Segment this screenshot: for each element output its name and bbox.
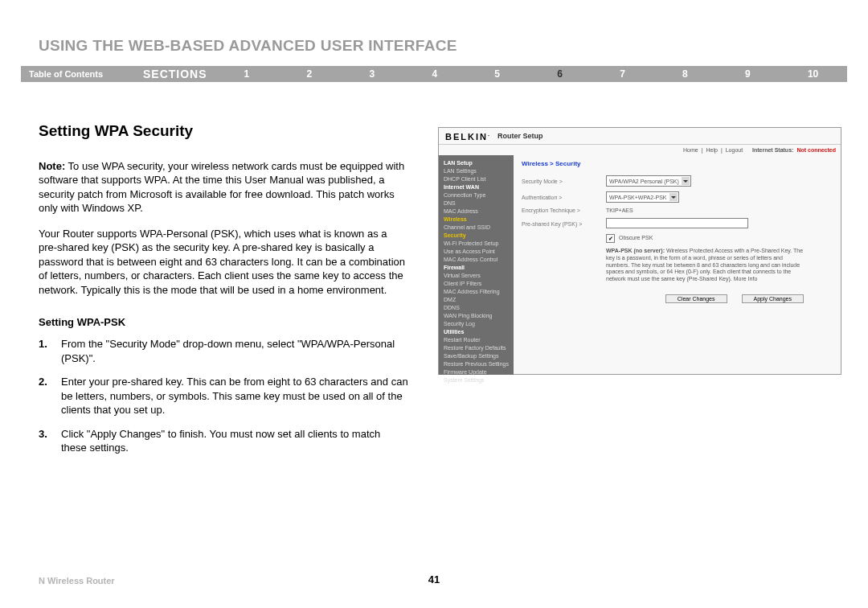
psk-label: Pre-shared Key (PSK) >	[522, 221, 606, 227]
security-mode-select[interactable]: WPA/WPA2 Personal (PSK)	[606, 175, 691, 187]
breadcrumb[interactable]: Wireless > Security	[522, 160, 833, 167]
section-link-2[interactable]: 2	[307, 68, 313, 80]
section-link-8[interactable]: 8	[682, 68, 688, 80]
status-value: Not connected	[796, 147, 836, 153]
sidebar-item[interactable]: LAN Settings	[439, 166, 514, 175]
sidebar-item[interactable]: System Settings	[439, 376, 514, 384]
section-link-3[interactable]: 3	[369, 68, 375, 80]
sidebar-item[interactable]: WAN Ping Blocking	[439, 311, 514, 319]
obscure-psk-checkbox[interactable]	[606, 234, 615, 243]
router-screenshot: BELKIN. Router Setup Home| Help| Logout …	[438, 127, 841, 375]
sidebar-item[interactable]: Restore Previous Settings	[439, 359, 514, 368]
sidebar-item[interactable]: Security Log	[439, 319, 514, 327]
encryption-value: TKIP+AES	[606, 207, 833, 213]
help-text: WPA-PSK (no server): Wireless Protected …	[606, 248, 807, 283]
apply-changes-button[interactable]: Apply Changes	[742, 294, 804, 303]
section-heading: Setting WPA Security	[39, 121, 408, 142]
sections-links: 1 2 3 4 5 6 7 8 9 10	[215, 68, 847, 80]
page-title: USING THE WEB-BASED ADVANCED USER INTERF…	[39, 37, 457, 55]
sidebar-item[interactable]: MAC Address Filtering	[439, 287, 514, 295]
sidebar-item[interactable]: DHCP Client List	[439, 175, 514, 183]
brand-logo: BELKIN.	[445, 131, 491, 142]
sidebar-item[interactable]: Firmware Update	[439, 368, 514, 376]
router-topbar: Home| Help| Logout Internet Status: Not …	[439, 145, 841, 155]
section-link-4[interactable]: 4	[432, 68, 437, 80]
authentication-select[interactable]: WPA-PSK+WPA2-PSK	[606, 191, 679, 203]
sidebar-item[interactable]: Wi-Fi Protected Setup	[439, 239, 514, 247]
step-text: From the "Security Mode" drop-down menu,…	[61, 337, 408, 375]
section-link-5[interactable]: 5	[494, 68, 500, 80]
sidebar-item[interactable]: Security	[439, 231, 514, 239]
sidebar-item[interactable]: Save/Backup Settings	[439, 351, 514, 359]
section-link-6[interactable]: 6	[557, 68, 563, 80]
note-label: Note:	[39, 160, 65, 172]
sidebar-item[interactable]: Client IP Filters	[439, 279, 514, 287]
psk-input[interactable]	[606, 218, 748, 228]
chevron-down-icon	[669, 193, 678, 201]
encryption-label: Encryption Technique >	[522, 207, 606, 213]
note-body: To use WPA security, your wireless netwo…	[39, 160, 404, 215]
sidebar-item[interactable]: Firewall	[439, 263, 514, 271]
step-number: 3.	[39, 427, 61, 465]
toc-link[interactable]: Table of Contents	[21, 69, 143, 79]
step-number: 2.	[39, 375, 61, 427]
sidebar-item[interactable]: Connection Type	[439, 191, 514, 199]
sidebar-item[interactable]: DMZ	[439, 295, 514, 303]
router-header: BELKIN. Router Setup	[439, 128, 841, 145]
security-mode-label: Security Mode >	[522, 179, 606, 184]
status-label: Internet Status:	[752, 147, 793, 153]
obscure-psk-label: Obscure PSK	[619, 235, 653, 240]
step-text: Click "Apply Changes" to finish. You mus…	[61, 427, 408, 465]
sidebar-item[interactable]: Internet WAN	[439, 183, 514, 191]
sidebar-item[interactable]: DDNS	[439, 303, 514, 311]
sidebar-item[interactable]: Channel and SSID	[439, 223, 514, 231]
sidebar-item[interactable]: LAN Setup	[439, 158, 514, 166]
sidebar-item[interactable]: Restart Router	[439, 335, 514, 343]
toplink-help[interactable]: Help	[706, 147, 717, 153]
body-paragraph: Your Router supports WPA-Personal (PSK),…	[39, 227, 408, 298]
step-text: Enter your pre-shared key. This can be f…	[61, 375, 408, 427]
section-link-1[interactable]: 1	[244, 68, 250, 80]
authentication-label: Authentication >	[522, 195, 606, 200]
sidebar-item[interactable]: MAC Address Control	[439, 255, 514, 263]
sidebar-item[interactable]: Use as Access Point	[439, 247, 514, 255]
sidebar-item[interactable]: Virtual Servers	[439, 271, 514, 279]
sidebar-item[interactable]: Restore Factory Defaults	[439, 343, 514, 351]
footer-page-number: 41	[0, 573, 868, 585]
subheading: Setting WPA-PSK	[39, 315, 408, 330]
router-sidebar: LAN SetupLAN SettingsDHCP Client ListInt…	[439, 155, 514, 375]
note-paragraph: Note: To use WPA security, your wireless…	[39, 159, 408, 216]
sidebar-item[interactable]: Utilities	[439, 327, 514, 335]
steps-list: 1.From the "Security Mode" drop-down men…	[39, 337, 408, 465]
sections-label: SECTIONS	[143, 68, 215, 80]
step-number: 1.	[39, 337, 61, 375]
toplink-home[interactable]: Home	[683, 147, 698, 153]
router-title: Router Setup	[497, 132, 543, 140]
clear-changes-button[interactable]: Clear Changes	[665, 294, 727, 303]
main-text: Setting WPA Security Note: To use WPA se…	[39, 121, 408, 465]
sidebar-item[interactable]: Wireless	[439, 215, 514, 223]
chevron-down-icon	[682, 177, 690, 185]
sections-nav: Table of Contents SECTIONS 1 2 3 4 5 6 7…	[21, 66, 847, 82]
section-link-7[interactable]: 7	[620, 68, 625, 80]
sidebar-item[interactable]: DNS	[439, 199, 514, 207]
sidebar-item[interactable]: MAC Address	[439, 207, 514, 215]
router-main: Wireless > Security Security Mode > WPA/…	[514, 155, 841, 375]
section-link-9[interactable]: 9	[745, 68, 751, 80]
section-link-10[interactable]: 10	[808, 68, 818, 80]
toplink-logout[interactable]: Logout	[726, 147, 743, 153]
